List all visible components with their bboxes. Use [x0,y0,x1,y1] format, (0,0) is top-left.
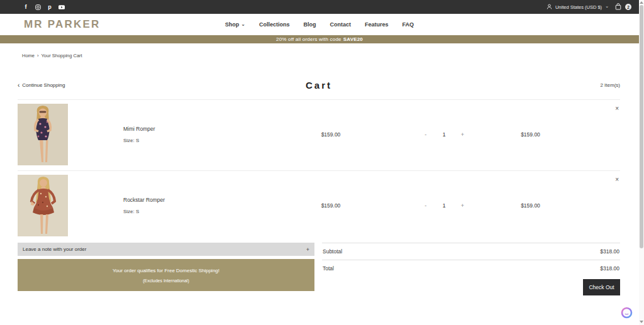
promo-code: SAVE20 [343,36,363,42]
nav-shop-label: Shop [225,21,240,28]
store-logo[interactable]: MR PARKER [24,18,101,31]
quantity-increase-button[interactable]: + [459,131,465,138]
quantity-decrease-button[interactable]: - [423,202,429,209]
scrollbar[interactable] [639,0,644,325]
order-note-toggle[interactable]: Leave a note with your order + [18,243,314,256]
account-icon[interactable] [547,4,552,11]
breadcrumb-current: Your Shopping Cart [42,53,82,58]
order-note-label: Leave a note with your order [23,246,86,252]
product-price: $159.00 [268,202,394,209]
subtotal-row: Subtotal $318.00 [322,243,620,260]
remove-item-button[interactable]: × [615,177,619,183]
cart-count-badge[interactable]: 2 [625,4,631,10]
youtube-icon[interactable] [58,4,65,10]
free-shipping-banner: Your order qualifies for Free Domestic S… [18,259,314,291]
order-summary: Subtotal $318.00 Total $318.00 Check Out [322,243,620,295]
country-selector[interactable]: United States (USD $) [555,4,602,10]
quantity-decrease-button[interactable]: - [423,131,429,138]
checkout-button-wrap: Check Out [322,279,620,295]
quantity-stepper: - 1 + [394,131,494,138]
product-size: Size: S [123,209,268,214]
promo-text: 20% off all orders with code [276,36,341,42]
cart-item-row: Rockstar Romper Size: S $159.00 - 1 + $1… [18,170,620,240]
checkout-button[interactable]: Check Out [583,279,620,295]
nav-item-faq[interactable]: FAQ [402,21,414,28]
quantity-value[interactable]: 1 [443,131,446,138]
scrollbar-down-arrow[interactable] [640,321,643,323]
free-shipping-note: (Excludes International) [143,278,189,283]
breadcrumb: Home › Your Shopping Cart [22,53,639,58]
scrollbar-thumb[interactable] [640,5,643,248]
nav-item-features[interactable]: Features [365,21,389,28]
quantity-increase-button[interactable]: + [459,202,465,209]
page-title: Cart [18,80,620,91]
product-info: Rockstar Romper Size: S [123,197,268,214]
breadcrumb-home[interactable]: Home [22,53,35,58]
breadcrumb-separator-icon: › [37,53,39,58]
line-total: $159.00 [494,202,567,209]
free-shipping-message: Your order qualifies for Free Domestic S… [113,268,219,273]
cart-bag-icon[interactable] [615,3,621,11]
main-header: MR PARKER Shop ⌄ Collections Blog Contac… [0,14,639,35]
chevron-down-icon: ⌄ [241,21,245,27]
total-value: $318.00 [600,265,619,272]
product-info: Mimi Romper Size: S [123,126,268,143]
total-row: Total $318.00 [322,260,620,277]
account-area: United States (USD $) ⌄ 2 [547,3,631,11]
product-image-mimi-romper[interactable] [18,104,123,165]
product-size: Size: S [123,138,268,143]
note-and-shipping: Leave a note with your order + Your orde… [18,243,314,295]
nav-item-blog[interactable]: Blog [304,21,316,28]
plus-icon: + [306,246,309,253]
facebook-icon[interactable]: f [23,4,29,10]
promo-banner: 20% off all orders with code SAVE20 [0,35,639,43]
product-name[interactable]: Mimi Romper [123,126,268,132]
top-utility-bar: f p United States (USD $) ⌄ 2 [0,0,639,14]
cart-page: f p United States (USD $) ⌄ 2 MR PARKER [0,0,639,325]
product-name[interactable]: Rockstar Romper [123,197,268,203]
product-image-rockstar-romper[interactable] [18,175,123,236]
remove-item-button[interactable]: × [615,106,619,112]
instagram-icon[interactable] [35,4,41,10]
social-links: f p [23,4,65,10]
cart-heading-row: ‹ Continue Shopping Cart 2 Item(s) [18,79,620,91]
cart-items-list: Mimi Romper Size: S $159.00 - 1 + $159.0… [18,99,620,240]
product-price: $159.00 [268,131,394,138]
cart-item-row: Mimi Romper Size: S $159.00 - 1 + $159.0… [18,99,620,170]
total-label: Total [323,265,334,272]
quantity-value[interactable]: 1 [443,202,446,209]
subtotal-value: $318.00 [600,248,619,255]
nav-item-contact[interactable]: Contact [330,21,352,28]
nav-item-shop[interactable]: Shop ⌄ [225,21,245,28]
pinterest-icon[interactable]: p [47,4,53,10]
cart-footer-area: Leave a note with your order + Your orde… [18,243,620,295]
chevron-down-icon[interactable]: ⌄ [605,4,609,9]
quantity-stepper: - 1 + [394,202,494,209]
accessibility-widget-icon[interactable] [621,307,633,319]
scrollbar-up-arrow[interactable] [640,1,643,4]
nav-item-collections[interactable]: Collections [259,21,290,28]
line-total: $159.00 [494,131,567,138]
subtotal-label: Subtotal [323,248,342,255]
main-nav: Shop ⌄ Collections Blog Contact Features… [225,21,414,28]
